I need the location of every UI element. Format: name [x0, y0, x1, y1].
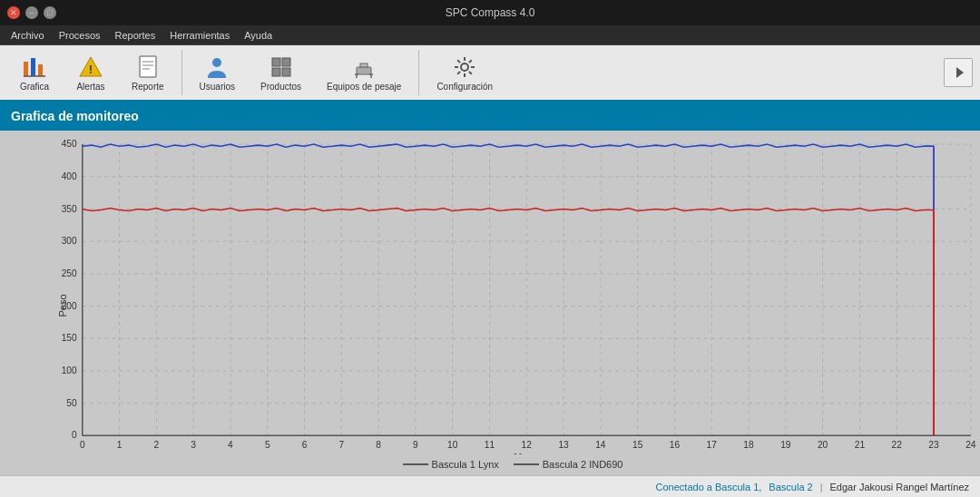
toolbar-sep2	[418, 50, 419, 95]
minimize-button[interactable]: −	[25, 6, 38, 19]
maximize-button[interactable]: □	[44, 6, 56, 19]
svg-rect-12	[282, 58, 290, 66]
menu-archivo[interactable]: Archivo	[4, 28, 52, 43]
reporte-icon	[135, 54, 161, 80]
svg-text:150: 150	[62, 333, 77, 343]
svg-text:350: 350	[62, 204, 77, 214]
svg-text:11: 11	[485, 440, 495, 450]
svg-text:9: 9	[413, 440, 418, 450]
toolbar-sep1	[181, 50, 182, 95]
menu-bar: Archivo Procesos Reportes Herramientas A…	[0, 25, 980, 45]
menu-herramientas[interactable]: Herramientas	[162, 28, 237, 43]
reporte-label: Reporte	[132, 82, 164, 92]
svg-text:18: 18	[743, 440, 754, 450]
menu-reportes[interactable]: Reportes	[108, 28, 163, 43]
equipos-label: Equipos de pesaje	[327, 82, 401, 92]
toolbar: Grafica ! Alertas Reporte	[0, 45, 980, 102]
connected1-label[interactable]: Conectado a Bascula 1,	[656, 482, 762, 492]
svg-text:1: 1	[117, 440, 122, 450]
svg-text:12: 12	[522, 440, 533, 450]
window-controls: ✕ − □	[7, 6, 56, 19]
equipos-icon	[351, 54, 377, 80]
toolbar-configuracion[interactable]: Configuración	[425, 48, 505, 97]
configuracion-label: Configuración	[436, 82, 493, 92]
legend-bascula1-label: Bascula 1 Lynx	[432, 459, 499, 470]
grafica-label: Grafica	[20, 82, 49, 92]
chart-svg: 0 50 100 150 200 250 300 350 400 450 0 1…	[45, 140, 980, 454]
svg-text:10: 10	[447, 440, 458, 450]
svg-text:5: 5	[265, 440, 270, 450]
chart-container: Peso	[0, 131, 980, 475]
y-axis-label: Peso	[57, 295, 68, 317]
svg-point-21	[461, 63, 468, 71]
svg-text:400: 400	[62, 171, 77, 181]
svg-rect-1	[31, 58, 35, 76]
productos-label: Productos	[260, 82, 301, 92]
svg-rect-16	[360, 63, 368, 67]
svg-text:0: 0	[80, 440, 85, 450]
svg-text:7: 7	[339, 440, 345, 450]
svg-rect-13	[272, 68, 280, 76]
svg-text:15: 15	[632, 440, 643, 450]
svg-marker-30	[956, 67, 964, 78]
svg-text:0: 0	[72, 430, 77, 440]
user-label: Edgar Jakousi Rangel Martínez	[830, 482, 969, 492]
svg-text:8: 8	[376, 440, 381, 450]
status-separator: |	[820, 482, 823, 492]
toolbar-reporte[interactable]: Reporte	[120, 48, 176, 97]
connected2-label[interactable]: Bascula 2	[769, 482, 812, 492]
legend-bascula1: Bascula 1 Lynx	[403, 459, 499, 470]
menu-procesos[interactable]: Procesos	[52, 28, 108, 43]
toolbar-right-button[interactable]	[944, 58, 973, 87]
toolbar-equipos[interactable]: Equipos de pesaje	[315, 48, 413, 97]
svg-rect-31	[45, 140, 980, 454]
productos-icon	[269, 54, 294, 80]
close-button[interactable]: ✕	[7, 6, 20, 19]
svg-text:2: 2	[154, 440, 160, 450]
usuarios-icon	[204, 54, 230, 80]
legend-bascula2-label: Bascula 2 IND690	[543, 459, 623, 470]
svg-line-28	[469, 60, 472, 63]
svg-rect-15	[357, 67, 371, 74]
svg-text:3: 3	[191, 440, 196, 450]
configuracion-icon	[452, 54, 477, 80]
svg-line-27	[469, 71, 472, 73]
toolbar-alertas[interactable]: ! Alertas	[64, 48, 118, 97]
toolbar-productos[interactable]: Productos	[249, 48, 313, 97]
svg-rect-14	[282, 68, 290, 76]
svg-text:!: !	[89, 63, 93, 76]
section-title: Grafica de monitoreo	[11, 109, 139, 123]
svg-rect-2	[38, 64, 43, 76]
svg-rect-11	[272, 58, 280, 66]
svg-text:300: 300	[62, 236, 77, 246]
grafica-icon	[22, 54, 47, 80]
svg-text:6: 6	[302, 440, 308, 450]
legend-bascula2: Bascula 2 IND690	[514, 459, 623, 470]
svg-text:16: 16	[670, 440, 681, 450]
svg-text:250: 250	[62, 268, 77, 278]
status-bar: Conectado a Bascula 1, Bascula 2 | Edgar…	[0, 475, 980, 497]
alertas-label: Alertas	[76, 82, 104, 92]
svg-point-10	[212, 58, 221, 67]
svg-rect-6	[140, 56, 156, 77]
svg-text:50: 50	[66, 398, 77, 408]
svg-text:13: 13	[558, 440, 569, 450]
svg-line-29	[457, 71, 460, 73]
toolbar-usuarios[interactable]: Usuarios	[188, 48, 247, 97]
usuarios-label: Usuarios	[200, 82, 235, 92]
svg-text:20: 20	[818, 440, 828, 450]
svg-text:23: 23	[928, 440, 939, 450]
toolbar-grafica[interactable]: Grafica	[7, 48, 62, 97]
title-bar: ✕ − □ SPC Compass 4.0	[0, 0, 980, 25]
section-header: Grafica de monitoreo	[0, 102, 980, 131]
svg-text:22: 22	[892, 440, 903, 450]
svg-text:450: 450	[62, 140, 77, 149]
alertas-icon: !	[78, 54, 103, 80]
svg-text:4: 4	[228, 440, 233, 450]
svg-text:14: 14	[595, 440, 606, 450]
menu-ayuda[interactable]: Ayuda	[237, 28, 279, 43]
svg-text:17: 17	[707, 440, 718, 450]
svg-text:21: 21	[855, 440, 866, 450]
legend: Bascula 1 Lynx Bascula 2 IND690	[45, 454, 980, 473]
svg-text:100: 100	[62, 365, 77, 375]
